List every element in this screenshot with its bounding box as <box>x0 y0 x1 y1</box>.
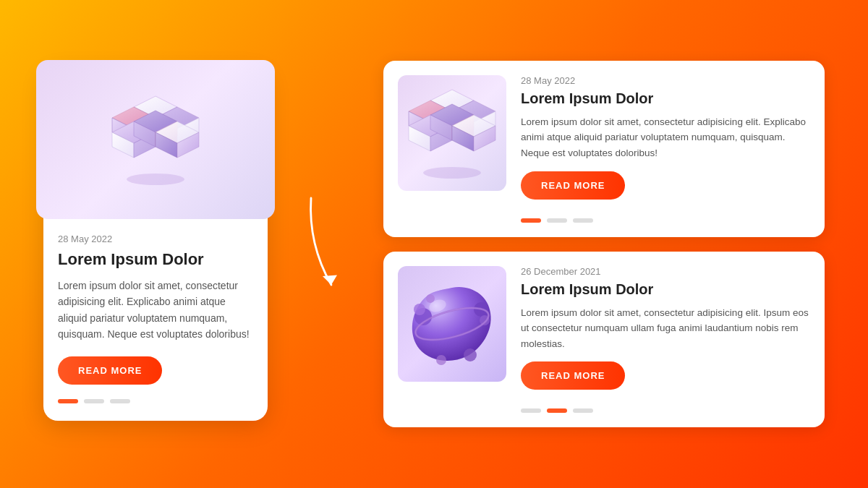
right-column: 28 May 2022 Lorem Ipsum Dolor Lorem ipsu… <box>383 61 825 428</box>
right-card-2-date: 26 December 2021 <box>521 266 810 277</box>
left-card-dot-2[interactable] <box>84 399 104 403</box>
right-card-1-dots <box>521 218 810 223</box>
arrow-icon <box>297 187 354 302</box>
right-card-1-read-more-button[interactable]: READ MORE <box>521 171 625 200</box>
right-card-1-image <box>398 75 506 191</box>
left-card-read-more-button[interactable]: READ MORE <box>58 356 162 385</box>
arrow-wrapper <box>297 187 354 302</box>
right-card-1-body: Lorem ipsum dolor sit amet, consectetur … <box>521 114 810 161</box>
right-card-1-dot-1[interactable] <box>521 218 541 223</box>
right-card-2-content: 26 December 2021 Lorem Ipsum Dolor Lorem… <box>521 266 810 414</box>
left-card-body: Lorem ipsum dolor sit amet, consectetur … <box>58 278 253 343</box>
left-card-date: 28 May 2022 <box>58 234 253 244</box>
left-card-title: Lorem Ipsum Dolor <box>58 250 253 269</box>
right-card-1-date: 28 May 2022 <box>521 75 810 86</box>
right-cube-icon <box>405 86 499 180</box>
left-card-dots <box>58 399 253 403</box>
left-card: 28 May 2022 Lorem Ipsum Dolor Lorem ipsu… <box>43 67 268 421</box>
left-card-image <box>36 60 275 219</box>
svg-point-44 <box>436 355 446 365</box>
svg-point-43 <box>464 348 477 361</box>
right-card-1-dot-2[interactable] <box>547 218 567 223</box>
right-card-1-content: 28 May 2022 Lorem Ipsum Dolor Lorem ipsu… <box>521 75 810 223</box>
left-card-content: 28 May 2022 Lorem Ipsum Dolor Lorem ipsu… <box>43 234 268 404</box>
right-card-1-bottom: READ MORE <box>521 171 810 211</box>
svg-point-18 <box>127 174 184 185</box>
right-card-2-title: Lorem Ipsum Dolor <box>521 281 810 298</box>
right-card-2: 26 December 2021 Lorem Ipsum Dolor Lorem… <box>383 252 825 428</box>
right-card-2-dots <box>521 408 810 413</box>
right-card-1-dot-3[interactable] <box>573 218 593 223</box>
right-card-1-title: Lorem Ipsum Dolor <box>521 90 810 107</box>
right-card-2-body: Lorem ipsum dolor sit amet, consectetur … <box>521 305 810 352</box>
right-card-2-bottom: READ MORE <box>521 361 810 401</box>
right-card-2-image <box>398 266 506 382</box>
right-card-1: 28 May 2022 Lorem Ipsum Dolor Lorem ipsu… <box>383 61 825 237</box>
svg-point-38 <box>423 167 481 179</box>
right-card-2-read-more-button[interactable]: READ MORE <box>521 361 625 390</box>
main-container: 28 May 2022 Lorem Ipsum Dolor Lorem ipsu… <box>22 39 846 450</box>
svg-marker-19 <box>323 275 337 285</box>
svg-point-40 <box>414 304 425 315</box>
right-card-2-dot-2[interactable] <box>547 408 567 413</box>
right-card-2-dot-1[interactable] <box>521 408 541 413</box>
left-card-dot-3[interactable] <box>110 399 130 403</box>
blob-icon <box>405 277 499 371</box>
right-card-2-dot-3[interactable] <box>573 408 593 413</box>
left-card-dot-1[interactable] <box>58 399 78 403</box>
cube-icon <box>109 93 203 187</box>
